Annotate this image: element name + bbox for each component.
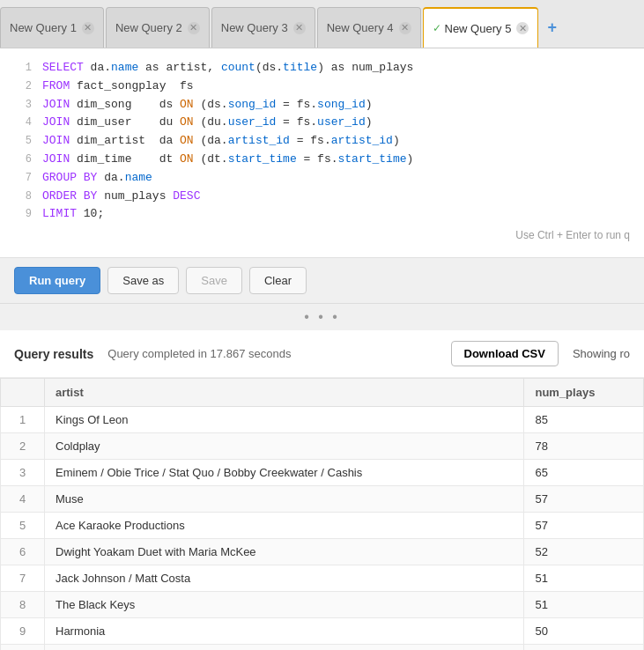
cell-num-plays: 57: [524, 486, 644, 513]
table-row: 3Eminem / Obie Trice / Stat Quo / Bobby …: [1, 460, 644, 486]
cell-row-number: 3: [1, 460, 45, 486]
tab-label: New Query 3: [221, 21, 288, 34]
run-query-button[interactable]: Run query: [14, 267, 100, 294]
code-line-6: 6 JOIN dim_time dt ON (dt.start_time = f…: [14, 151, 630, 169]
col-header-num-plays: num_plays: [524, 379, 644, 407]
results-title: Query results: [14, 347, 93, 361]
editor-area[interactable]: 1 SELECT da.name as artist, count(ds.tit…: [0, 48, 644, 258]
col-header-artist: artist: [45, 379, 524, 407]
cell-row-number: 10: [1, 645, 45, 650]
table-row: 2Coldplay78: [1, 433, 644, 460]
close-tab-5-button[interactable]: ✕: [516, 22, 529, 34]
close-tab-2-button[interactable]: ✕: [188, 22, 200, 34]
code-line-3: 3 JOIN dim_song ds ON (ds.song_id = fs.s…: [14, 96, 630, 114]
cell-num-plays: 50: [524, 618, 644, 645]
tab-new-query-1[interactable]: New Query 1 ✕: [0, 7, 104, 48]
code-line-8: 8 ORDER BY num_plays DESC: [14, 188, 630, 206]
cell-row-number: 8: [1, 592, 45, 618]
cell-row-number: 2: [1, 433, 45, 460]
code-editor[interactable]: 1 SELECT da.name as artist, count(ds.tit…: [0, 59, 644, 224]
save-as-button[interactable]: Save as: [107, 267, 179, 294]
results-showing: Showing ro: [573, 347, 630, 360]
cell-num-plays: 78: [524, 433, 644, 460]
cell-row-number: 6: [1, 539, 45, 565]
close-tab-1-button[interactable]: ✕: [82, 22, 94, 34]
cell-artist: The Black Keys: [45, 592, 524, 618]
code-line-7: 7 GROUP BY da.name: [14, 169, 630, 188]
tab-label: New Query 2: [115, 21, 182, 34]
tab-label: New Query 1: [10, 21, 77, 34]
cell-artist: Radiohead: [45, 645, 524, 650]
cell-artist: Eminem / Obie Trice / Stat Quo / Bobby C…: [45, 460, 524, 486]
download-csv-button[interactable]: Download CSV: [451, 341, 559, 366]
tab-label: New Query 4: [327, 21, 394, 34]
cell-artist: Muse: [45, 486, 524, 513]
save-button[interactable]: Save: [186, 267, 242, 294]
cell-num-plays: 85: [524, 407, 644, 433]
tab-new-query-2[interactable]: New Query 2 ✕: [106, 7, 210, 48]
close-tab-4-button[interactable]: ✕: [399, 22, 411, 34]
cell-num-plays: 65: [524, 460, 644, 486]
cell-artist: Harmonia: [45, 618, 524, 645]
code-line-9: 9 LIMIT 10;: [14, 205, 630, 224]
table-row: 8The Black Keys51: [1, 592, 644, 618]
tab-new-query-5[interactable]: ✓ New Query 5 ✕: [423, 7, 539, 48]
code-line-2: 2 FROM fact_songplay fs: [14, 78, 630, 96]
divider: • • •: [0, 304, 644, 330]
keyboard-hint: Use Ctrl + Enter to run q: [0, 224, 644, 247]
col-header-index: [1, 379, 45, 407]
code-line-4: 4 JOIN dim_user du ON (du.user_id = fs.u…: [14, 114, 630, 132]
cell-artist: Coldplay: [45, 433, 524, 460]
table-row: 10Radiohead49: [1, 645, 644, 650]
results-area: Query results Query completed in 17.867 …: [0, 330, 644, 650]
table-row: 5Ace Karaoke Productions57: [1, 513, 644, 539]
cell-num-plays: 51: [524, 592, 644, 618]
results-table: artist num_plays 1Kings Of Leon852Coldpl…: [0, 378, 644, 650]
tab-label: New Query 5: [445, 22, 512, 35]
cell-artist: Ace Karaoke Productions: [45, 513, 524, 539]
clear-button[interactable]: Clear: [249, 267, 307, 294]
code-line-1: 1 SELECT da.name as artist, count(ds.tit…: [14, 59, 630, 78]
results-meta: Query completed in 17.867 seconds: [107, 347, 291, 360]
table-row: 7Jack Johnson / Matt Costa51: [1, 565, 644, 592]
tab-new-query-4[interactable]: New Query 4 ✕: [317, 7, 421, 48]
table-row: 9Harmonia50: [1, 618, 644, 645]
cell-num-plays: 49: [524, 645, 644, 650]
cell-num-plays: 57: [524, 513, 644, 539]
cell-num-plays: 52: [524, 539, 644, 565]
cell-row-number: 7: [1, 565, 45, 592]
results-header: Query results Query completed in 17.867 …: [0, 330, 644, 378]
table-header-row: artist num_plays: [1, 379, 644, 407]
cell-artist: Dwight Yoakam Duet with Maria McKee: [45, 539, 524, 565]
verified-icon: ✓: [433, 22, 441, 34]
cell-row-number: 5: [1, 513, 45, 539]
cell-artist: Jack Johnson / Matt Costa: [45, 565, 524, 592]
cell-row-number: 1: [1, 407, 45, 433]
query-toolbar: Run query Save as Save Clear: [0, 258, 644, 304]
add-tab-button[interactable]: +: [540, 7, 564, 48]
cell-row-number: 4: [1, 486, 45, 513]
code-line-5: 5 JOIN dim_artist da ON (da.artist_id = …: [14, 132, 630, 151]
cell-row-number: 9: [1, 618, 45, 645]
cell-artist: Kings Of Leon: [45, 407, 524, 433]
tabs-bar: New Query 1 ✕ New Query 2 ✕ New Query 3 …: [0, 0, 644, 48]
table-row: 1Kings Of Leon85: [1, 407, 644, 433]
table-row: 6Dwight Yoakam Duet with Maria McKee52: [1, 539, 644, 565]
cell-num-plays: 51: [524, 565, 644, 592]
tab-new-query-3[interactable]: New Query 3 ✕: [211, 7, 315, 48]
close-tab-3-button[interactable]: ✕: [293, 22, 306, 34]
table-row: 4Muse57: [1, 486, 644, 513]
